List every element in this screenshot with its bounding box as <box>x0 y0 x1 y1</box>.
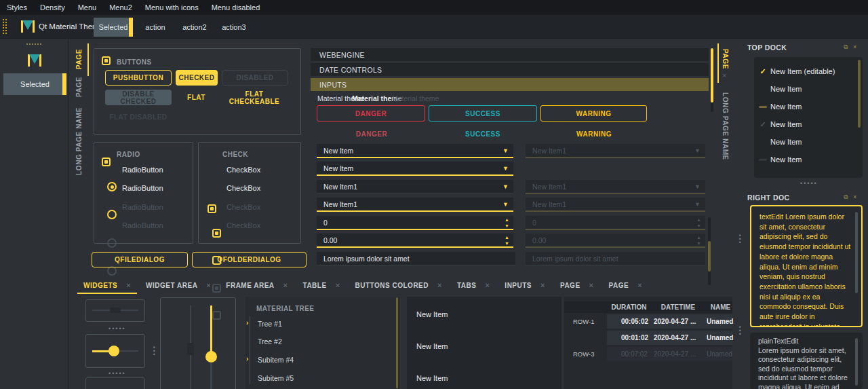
radio-group-checkbox[interactable] <box>102 158 111 166</box>
list-item[interactable]: —New Item <box>757 98 858 115</box>
tab-page-a[interactable]: PAGE× <box>553 276 601 294</box>
duration-cell[interactable]: 00:01:02 <box>621 331 648 345</box>
menu-styles[interactable]: Styles <box>7 3 27 12</box>
combobox-2[interactable]: New Item▼ <box>317 162 513 176</box>
checked-button[interactable]: CHECKED <box>176 70 218 86</box>
qfiledialog-button[interactable]: QFILEDIALOG <box>92 252 188 267</box>
hslider-handle[interactable] <box>108 346 119 356</box>
close-icon[interactable]: × <box>540 282 545 289</box>
accordion-inputs[interactable]: INPUTS <box>311 78 709 91</box>
disable-checked-button[interactable]: DISABLE CHECKED <box>105 90 172 105</box>
tree-item[interactable]: Tree #2 <box>258 337 282 346</box>
list-item[interactable]: ✓New Item (editable) <box>757 62 858 80</box>
double-spinbox[interactable]: 0.00▲▼ <box>317 234 513 248</box>
tree-expand-icon[interactable]: › <box>246 355 248 363</box>
list-item[interactable]: New Item <box>416 374 448 382</box>
list-item[interactable]: New Item <box>757 133 858 151</box>
list-item[interactable]: New Item <box>757 80 858 98</box>
textedit[interactable]: textEdit Lorem ipsum dolor sit amet, con… <box>750 205 863 327</box>
danger-button[interactable]: DANGER <box>317 105 425 122</box>
buttons-group-checkbox[interactable] <box>102 56 111 65</box>
toolbar-button-action[interactable]: action <box>136 18 175 37</box>
splitter-handle[interactable]: ••••• <box>108 327 126 331</box>
flat-checkeable-button[interactable]: FLAT CHECKEABLE <box>220 90 288 105</box>
accordion-date-controls[interactable]: DATE CONTROLS <box>311 63 709 76</box>
tab-page-b[interactable]: PAGE× <box>601 276 650 294</box>
list-item[interactable]: New Item <box>416 310 448 318</box>
right-doc-float-icon[interactable]: ⧉ <box>844 193 850 201</box>
toolbar-button-selected[interactable]: Selected <box>94 18 133 37</box>
textedit-scrollbar-thumb[interactable] <box>855 212 858 293</box>
top-dock-float-icon[interactable]: ⧉ <box>844 43 850 51</box>
menu-density[interactable]: Density <box>40 3 65 12</box>
tab-widgets[interactable]: WIDGETS× <box>76 276 138 294</box>
dock-splitter-handle[interactable]: ••••• <box>800 182 818 185</box>
success-flat-label[interactable]: SUCCESS <box>465 130 500 138</box>
left-dock-splitter[interactable] <box>68 39 68 389</box>
menu-menu2[interactable]: Menu2 <box>109 3 132 12</box>
right-dock-splitter-handle[interactable]: ••• <box>738 234 741 244</box>
radiobutton-2[interactable] <box>107 210 117 219</box>
close-icon[interactable]: × <box>437 282 442 289</box>
tree-item[interactable]: Subitem #4 <box>258 356 294 364</box>
tab-inputs[interactable]: INPUTS× <box>497 276 553 294</box>
tree-scrollbar-thumb[interactable] <box>396 297 398 388</box>
combobox-4[interactable]: New Item1▼ <box>317 198 513 212</box>
datetime-cell[interactable]: 2020-04-27 ... <box>654 331 704 345</box>
combobox-1[interactable]: New Item▼ <box>317 144 513 158</box>
tab-tabs[interactable]: TABS× <box>450 276 497 294</box>
radiobutton-1[interactable] <box>107 182 117 191</box>
inputs-scrollbar2-thumb[interactable] <box>708 241 711 272</box>
tree-expand-icon[interactable]: › <box>246 319 248 327</box>
tab-widget-area[interactable]: WIDGET AREA× <box>138 276 218 294</box>
column-header-duration[interactable]: DURATION <box>607 301 651 313</box>
tab-table[interactable]: TABLE× <box>296 276 348 294</box>
menu-menu[interactable]: Menu <box>78 3 97 12</box>
qfolderdialog-button[interactable]: QFOLDERDIALOG <box>192 252 307 267</box>
top-dock-close-icon[interactable]: × <box>853 43 859 50</box>
row-header[interactable]: ROW-3 <box>573 347 595 361</box>
close-icon[interactable]: × <box>637 282 642 289</box>
close-icon[interactable]: × <box>126 282 131 289</box>
tab-frame-area[interactable]: FRAME AREA× <box>218 276 295 294</box>
inputs-scrollbar-thumb[interactable] <box>711 48 713 103</box>
warning-flat-label[interactable]: WARNING <box>576 130 612 138</box>
column-header-name[interactable]: NAME <box>705 301 736 313</box>
vertical-splitter-handle[interactable]: ••• <box>152 346 155 356</box>
checkbox-1[interactable] <box>212 229 221 238</box>
check-group-checkbox[interactable] <box>208 204 216 213</box>
tree-item[interactable]: Tree #1 <box>258 320 282 328</box>
close-icon[interactable]: × <box>206 282 211 289</box>
spin-arrows-icon[interactable]: ▲▼ <box>505 234 509 246</box>
spin-arrows-icon[interactable]: ▲▼ <box>505 217 509 229</box>
tab-buttons-colored[interactable]: BUTTONS COLORED× <box>348 276 450 294</box>
accordion-webengine[interactable]: WEBENGINE <box>311 48 709 61</box>
duration-cell[interactable]: 00:05:02 <box>621 314 648 329</box>
tab-right-long-page-close-icon[interactable]: × <box>722 149 726 156</box>
close-icon[interactable]: × <box>336 282 340 289</box>
plaintextedit-scrollbar-thumb[interactable] <box>855 338 858 386</box>
tab-right-page-close-icon[interactable]: × <box>722 72 726 79</box>
tree-item[interactable]: Subitem #5 <box>258 374 294 382</box>
tab-page-2[interactable]: PAGE <box>75 77 83 97</box>
sidebar-item-selected[interactable]: Selected <box>3 73 66 95</box>
toolbar-button-action2[interactable]: action2 <box>175 18 214 37</box>
warning-button[interactable]: WARNING <box>540 105 647 122</box>
combobox-3[interactable]: New Item1▼ <box>317 180 513 194</box>
tab-page-1[interactable]: PAGE <box>75 49 83 69</box>
vslider-handle[interactable] <box>205 351 217 363</box>
name-cell[interactable]: Unamed <box>707 331 734 345</box>
spinbox[interactable]: 0▲▼ <box>317 216 513 230</box>
pushbutton-button[interactable]: PUSHBUTTON <box>105 70 172 86</box>
flat-button[interactable]: FLAT <box>178 90 215 105</box>
success-button[interactable]: SUCCESS <box>429 105 537 122</box>
datetime-cell[interactable]: 2020-04-27 ... <box>654 314 704 329</box>
close-icon[interactable]: × <box>485 282 490 289</box>
tab-long-page-name[interactable]: LONG PAGE NAME <box>75 107 83 175</box>
left-dock-grip-handle[interactable] <box>26 43 42 46</box>
column-header-datetime[interactable]: DATETIME <box>652 301 704 313</box>
plaintextedit[interactable]: plainTextEdit Lorem ipsum dolor sit amet… <box>750 333 863 389</box>
tab-right-page[interactable]: PAGE <box>722 49 729 69</box>
splitter-handle[interactable]: ••••• <box>108 372 126 375</box>
top-dock-scrollbar-thumb[interactable] <box>858 60 861 128</box>
